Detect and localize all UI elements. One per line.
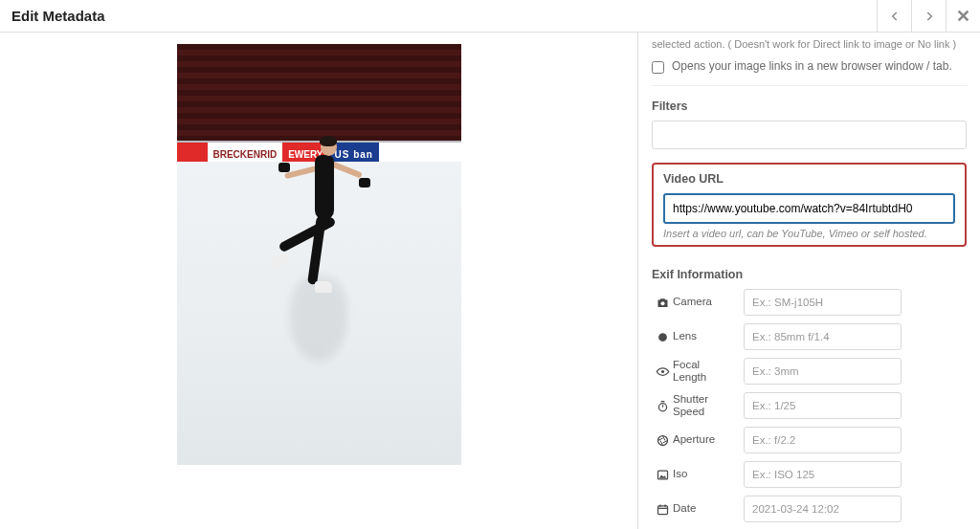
page-title: Edit Metadata — [11, 8, 105, 24]
exif-aperture-label: Aperture — [673, 433, 744, 446]
body: BRECKENRID EWERY US ban selected action.… — [0, 33, 980, 529]
exif-shutter-label: Shutter Speed — [673, 393, 744, 418]
exif-lens-input[interactable] — [744, 323, 902, 350]
exif-date-label: Date — [673, 502, 744, 515]
preview-skater — [292, 128, 357, 300]
exif-iso-label: Iso — [673, 468, 744, 480]
chevron-right-icon — [923, 10, 936, 23]
close-icon: ✕ — [956, 6, 970, 27]
video-url-hint: Insert a video url, can be YouTube, Vime… — [663, 228, 955, 239]
camera-icon — [652, 296, 673, 310]
eye-icon — [652, 364, 673, 379]
next-button[interactable] — [911, 0, 946, 32]
chevron-left-icon — [888, 10, 902, 23]
topbar: Edit Metadata ✕ — [0, 0, 980, 33]
image-icon — [652, 468, 673, 482]
exif-shutter-input[interactable] — [744, 392, 902, 419]
exif-camera-label: Camera — [673, 296, 744, 308]
filters-title: Filters — [652, 99, 967, 113]
topbar-buttons: ✕ — [877, 0, 980, 32]
stopwatch-icon — [652, 399, 673, 413]
exif-iso-row: Iso — [652, 461, 967, 488]
metadata-panel: selected action. ( Doesn't work for Dire… — [637, 33, 980, 529]
filters-input[interactable] — [652, 121, 967, 149]
divider — [652, 85, 967, 86]
exif-date-row: Date — [652, 496, 967, 522]
video-url-title: Video URL — [663, 172, 955, 186]
open-new-tab-label: Opens your image links in a new browser … — [672, 59, 952, 73]
svg-rect-6 — [657, 505, 667, 514]
lens-icon — [652, 330, 673, 344]
aperture-icon — [652, 433, 673, 448]
exif-aperture-input[interactable] — [744, 427, 902, 453]
exif-focal-row: Focal Length — [652, 358, 967, 385]
open-new-tab-checkbox[interactable] — [652, 61, 664, 74]
image-preview: BRECKENRID EWERY US ban — [177, 44, 461, 465]
exif-iso-input[interactable] — [744, 461, 902, 488]
open-new-tab-row: Opens your image links in a new browser … — [652, 59, 967, 74]
exif-camera-row: Camera — [652, 289, 967, 316]
link-action-note: selected action. ( Doesn't work for Dire… — [652, 33, 967, 50]
video-url-callout: Video URL Insert a video url, can be You… — [652, 163, 967, 247]
exif-focal-label: Focal Length — [673, 359, 744, 384]
calendar-icon — [652, 502, 673, 517]
close-button[interactable]: ✕ — [946, 0, 980, 32]
exif-aperture-row: Aperture — [652, 427, 967, 453]
svg-point-2 — [660, 369, 663, 372]
svg-point-4 — [657, 435, 667, 445]
exif-shutter-row: Shutter Speed — [652, 392, 967, 419]
preview-pane: BRECKENRID EWERY US ban — [0, 33, 637, 529]
exif-date-input[interactable] — [744, 496, 902, 522]
exif-lens-row: Lens — [652, 323, 967, 350]
exif-focal-input[interactable] — [744, 358, 902, 385]
video-url-input[interactable] — [663, 193, 955, 224]
exif-camera-input[interactable] — [744, 289, 902, 316]
svg-point-1 — [658, 333, 667, 342]
exif-title: Exif Information — [652, 268, 967, 281]
svg-point-0 — [660, 301, 664, 305]
exif-lens-label: Lens — [673, 330, 744, 342]
prev-button[interactable] — [877, 0, 911, 32]
